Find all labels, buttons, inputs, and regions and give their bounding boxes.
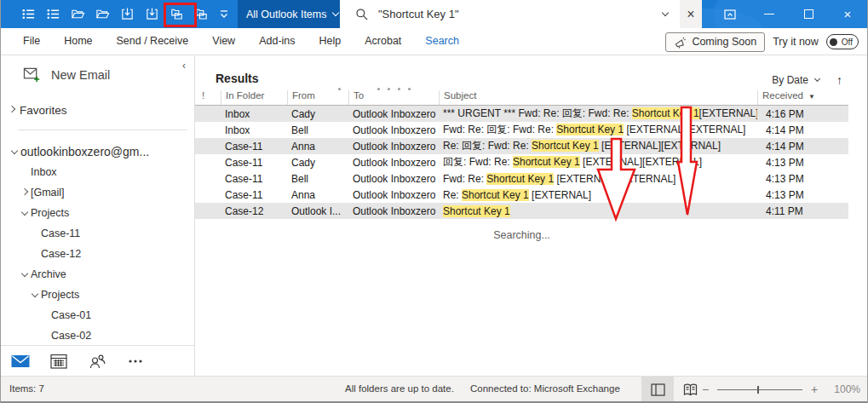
search-close-button[interactable]: × [680,0,702,28]
folder-item-projects[interactable]: Projects [1,285,194,305]
mail-nav-button[interactable] [1,352,39,371]
search-scope-dropdown[interactable]: All Outlook Items [238,0,340,28]
folder-item-outlookinboxzero-gm-[interactable]: outlookinboxzero@gm... [1,141,194,162]
maximize-button[interactable] [789,0,828,28]
message-row[interactable]: Case-11CadyOutlook Inboxzero回复: Fwd: Re:… [195,154,848,170]
chevron-down-icon[interactable] [10,147,17,153]
message-row[interactable]: Case-11BellOutlook InboxzeroFwd: Re: Sho… [195,170,848,187]
search-suggestions-chevron-icon[interactable] [662,9,669,16]
menu-tab-send-receive[interactable]: Send / Receive [105,28,201,55]
menu-right-cluster: Coming Soon Try it now Off [665,28,859,55]
new-email-button[interactable]: New Email [23,66,110,83]
copy-folder-icon[interactable] [169,7,184,22]
copy-folder-icon[interactable] [193,7,209,22]
bullet-list-icon[interactable] [20,7,36,22]
column-from[interactable]: From [287,90,348,105]
folder-item-inbox[interactable]: Inbox [1,162,194,182]
to-cell: Outlook Inboxzero [348,108,439,120]
menu-tab-help[interactable]: Help [308,28,354,55]
folder-item-projects[interactable]: Projects [1,203,194,223]
calendar-nav-button[interactable] [39,352,78,371]
to-cell: Outlook Inboxzero [348,205,439,217]
status-bar: Items: 7 All folders are up to date. Con… [1,376,867,401]
chevron-down-icon[interactable] [31,290,37,296]
close-button[interactable]: × [828,0,867,28]
quick-access-toolbar [20,0,218,28]
zoom-slider[interactable] [717,389,802,390]
from-cell: Cady [287,108,348,120]
ribbon-display-options-button[interactable] [710,0,750,28]
folder-item-case-12[interactable]: Case-12 [1,244,194,264]
in-folder-cell: Case-11 [221,189,287,201]
open-folder-icon[interactable] [70,7,85,22]
message-row[interactable]: Case-11AnnaOutlook InboxzeroRe: 回复: Fwd:… [195,138,848,154]
column-headers: ! In Folder From To Subject Received▼ [195,90,848,105]
coming-soon-toggle[interactable]: Off [826,34,859,49]
sort-by-label[interactable]: By Date [772,74,808,86]
menu-tab-home[interactable]: Home [52,28,104,55]
column-in-folder[interactable]: In Folder [221,90,287,105]
search-term-highlight: Shortcut Key 1 [443,205,510,217]
people-nav-button[interactable] [78,352,116,371]
chevron-down-icon[interactable] [20,208,27,215]
favorites-label: Favorites [20,104,67,117]
message-row[interactable]: InboxCadyOutlook Inboxzero*** URGENT ***… [195,106,848,122]
to-cell: Outlook Inboxzero [348,173,439,185]
received-cell: 4:11 PM [757,205,848,217]
ellipsis-nav-button[interactable] [116,352,154,371]
folder-item-case-02[interactable]: Case-02 [1,325,194,346]
menu-tab-acrobat[interactable]: Acrobat [353,28,413,55]
navigation-bar [1,345,194,376]
message-row[interactable]: InboxBellOutlook InboxzeroFwd: Re: 回复: F… [195,122,848,138]
menu-items: FileHomeSend / ReceiveViewAdd-insHelpAcr… [11,28,471,55]
open-folder-icon[interactable] [95,7,110,22]
new-email-label: New Email [51,68,110,82]
chevron-right-icon [9,106,15,112]
new-email-icon [23,66,41,83]
column-importance[interactable]: ! [195,90,221,105]
coming-soon-button[interactable]: Coming Soon [665,32,765,52]
try-it-now-label: Try it now [773,36,819,48]
column-subject[interactable]: Subject [439,90,757,105]
folder-item-case-01[interactable]: Case-01 [1,305,194,325]
chevron-right-icon[interactable] [20,187,27,194]
menu-tab-add-ins[interactable]: Add-ins [247,28,307,55]
chevron-down-icon [814,76,820,82]
subject-cell: 回复: Fwd: Re: Shortcut Key 1 [EXTERNAL][E… [439,155,757,170]
sort-controls[interactable]: By Date ↑ [772,73,842,87]
sort-direction-icon[interactable]: ↑ [836,73,842,87]
search-input[interactable]: "Shortcut Key 1" [378,8,663,20]
chevron-down-icon [332,9,339,16]
folder-pane: ‹ New Email Favorites outlookinboxzero@g… [1,56,195,376]
folder-label: [Gmail] [31,187,65,199]
message-row[interactable]: Case-11AnnaOutlook InboxzeroRe: Shortcut… [195,187,848,203]
normal-view-button[interactable] [641,377,674,402]
column-to[interactable]: To [348,90,439,105]
folder-label: Case-12 [41,248,81,260]
menu-tab-view[interactable]: View [200,28,247,55]
folder-label: outlookinboxzero@gm... [20,145,149,158]
connection-status: Connected to: Microsoft Exchange [470,383,620,394]
zoom-slider-thumb[interactable] [757,386,759,394]
from-cell: Cady [287,157,348,169]
qat-overflow-chevron-icon[interactable] [218,7,230,20]
zoom-out-button[interactable]: − [698,383,712,396]
favorites-section[interactable]: Favorites [9,104,67,117]
collapse-pane-icon[interactable]: ‹ [182,60,186,72]
menu-tab-file[interactable]: File [11,28,52,55]
folder-item--gmail-[interactable]: [Gmail] [1,182,194,203]
folder-item-archive[interactable]: Archive [1,264,194,285]
bullet-list-icon[interactable] [45,7,60,22]
column-received[interactable]: Received▼ [757,90,848,105]
zoom-in-button[interactable]: + [808,383,821,396]
folder-label: Projects [41,289,79,301]
search-term-highlight: Shortcut Key 1 [556,124,624,135]
move-to-folder-icon[interactable] [119,7,135,22]
minimize-button[interactable] [750,0,789,28]
move-to-folder-icon[interactable] [144,7,159,22]
search-box[interactable]: "Shortcut Key 1" × [340,0,702,28]
folder-item-case-11[interactable]: Case-11 [1,223,194,244]
message-row[interactable]: Case-12Outlook I...Outlook InboxzeroShor… [195,203,848,219]
menu-tab-search[interactable]: Search [413,28,471,55]
chevron-down-icon[interactable] [20,269,27,276]
